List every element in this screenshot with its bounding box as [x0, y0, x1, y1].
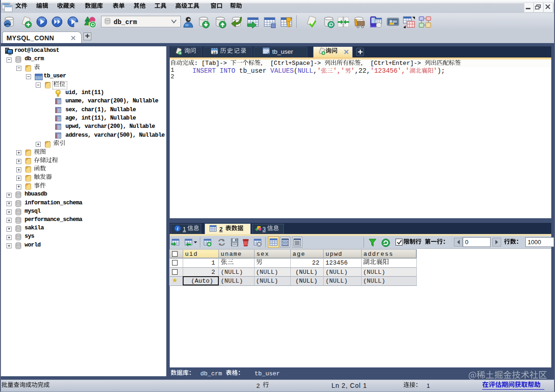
svg-text:i: i [177, 226, 179, 231]
svg-text:18: 18 [212, 51, 217, 55]
